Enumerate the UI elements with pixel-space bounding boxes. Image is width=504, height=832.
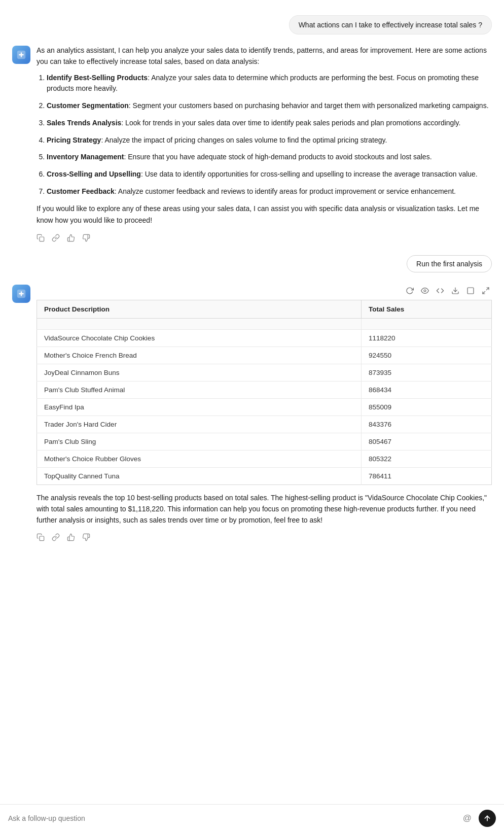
list-item-3: Sales Trends Analysis: Look for trends i…	[47, 118, 492, 129]
assistant-content-1: As an analytics assistant, I can help yo…	[37, 45, 492, 246]
list-item-3-body: : Look for trends in your sales data ove…	[121, 119, 460, 127]
copy-icon-2[interactable]	[37, 533, 45, 543]
table-cell-sales: 924550	[361, 346, 491, 364]
assistant-avatar	[12, 46, 30, 64]
list-item-3-title: Sales Trends Analysis	[47, 119, 121, 127]
list-item-7-body: : Analyze customer feedback and reviews …	[115, 187, 456, 195]
table-cell-product: Mother's Choice Rubber Gloves	[37, 450, 362, 467]
table-row: JoyDeal Cinnamon Buns873935	[37, 364, 492, 381]
svg-line-7	[483, 291, 485, 294]
table-row: EasyFind Ipa855009	[37, 398, 492, 415]
table-cell-sales: 868434	[361, 381, 491, 398]
table-row: Pam's Club Sling805467	[37, 433, 492, 450]
table-cell-product: EasyFind Ipa	[37, 398, 362, 415]
list-item-5-title: Inventory Management	[47, 153, 124, 161]
list-item-1: Identify Best-Selling Products: Analyze …	[47, 73, 492, 94]
svg-rect-5	[467, 288, 474, 294]
list-item-4: Pricing Strategy: Analyze the impact of …	[47, 135, 492, 146]
table-cell-product: TopQuality Canned Tuna	[37, 467, 362, 484]
send-button[interactable]	[479, 810, 496, 827]
list-item-2-body: : Segment your customers based on purcha…	[129, 101, 489, 110]
table-cell-product: VidaSource Chocolate Chip Cookies	[37, 329, 362, 346]
list-item-4-title: Pricing Strategy	[47, 136, 101, 144]
table-cell-product: Pam's Club Sling	[37, 433, 362, 450]
thumbup-icon-2[interactable]	[67, 533, 75, 543]
table-cell-sales: 1118220	[361, 329, 491, 346]
data-table: Product Description Total Sales VidaSour…	[37, 300, 492, 485]
assistant-message-wrap-2: Product Description Total Sales VidaSour…	[0, 281, 504, 485]
table-row: TopQuality Canned Tuna786411	[37, 467, 492, 484]
user-message-text: What actions can I take to effectively i…	[299, 21, 482, 29]
input-bar: @	[0, 804, 504, 832]
table-toolbar	[37, 284, 492, 300]
toolbar-eye-icon[interactable]	[421, 287, 429, 297]
col-header-sales: Total Sales	[361, 300, 491, 318]
table-cell-sales: 805467	[361, 433, 491, 450]
assistant-list: Identify Best-Selling Products: Analyze …	[37, 73, 492, 197]
action-icons-2	[37, 531, 492, 543]
toolbar-fullscreen-icon[interactable]	[482, 287, 490, 297]
action-icons-1	[37, 231, 492, 246]
list-item-6-body: : Use data to identify opportunities for…	[141, 170, 478, 178]
assistant-intro: As an analytics assistant, I can help yo…	[37, 45, 492, 67]
thumbup-icon[interactable]	[67, 233, 75, 246]
assistant-outro: If you would like to explore any of thes…	[37, 203, 492, 226]
table-row: VidaSource Chocolate Chip Cookies1118220	[37, 329, 492, 346]
run-analysis-wrap: Run the first analysis	[0, 251, 504, 281]
table-cell-product: Mother's Choice French Bread	[37, 346, 362, 364]
list-item-4-body: : Analyze the impact of pricing changes …	[101, 136, 387, 144]
thumbdown-icon[interactable]	[82, 233, 90, 246]
table-cell-product: JoyDeal Cinnamon Buns	[37, 364, 362, 381]
table-row: Trader Jon's Hard Cider843376	[37, 415, 492, 433]
list-item-7: Customer Feedback: Analyze customer feed…	[47, 186, 492, 197]
col-header-product: Product Description	[37, 300, 362, 318]
table-cell-sales: 855009	[361, 398, 491, 415]
run-analysis-button[interactable]: Run the first analysis	[407, 255, 492, 272]
list-item-6: Cross-Selling and Upselling: Use data to…	[47, 169, 492, 180]
svg-rect-1	[40, 237, 44, 241]
list-item-6-title: Cross-Selling and Upselling	[47, 170, 141, 178]
svg-point-3	[424, 290, 426, 292]
summary-text: The analysis reveals the top 10 best-sel…	[37, 492, 492, 526]
link-icon[interactable]	[52, 233, 60, 246]
user-message-wrap: What actions can I take to effectively i…	[0, 10, 504, 40]
list-item-5: Inventory Management: Ensure that you ha…	[47, 152, 492, 163]
empty-row	[37, 318, 492, 329]
toolbar-square-icon[interactable]	[466, 287, 475, 297]
list-item-2-title: Customer Segmentation	[47, 101, 129, 110]
follow-up-input[interactable]	[8, 814, 456, 822]
list-item-5-body: : Ensure that you have adequate stock of…	[124, 153, 431, 161]
thumbdown-icon-2[interactable]	[82, 533, 90, 543]
page-container: What actions can I take to effectively i…	[0, 0, 504, 832]
list-item-7-title: Customer Feedback	[47, 187, 115, 195]
chat-area: What actions can I take to effectively i…	[0, 0, 504, 804]
at-button[interactable]: @	[461, 811, 474, 825]
table-cell-sales: 786411	[361, 467, 491, 484]
user-message-bubble: What actions can I take to effectively i…	[289, 15, 492, 34]
assistant-message-wrap-1: As an analytics assistant, I can help yo…	[0, 40, 504, 251]
table-row: Mother's Choice Rubber Gloves805322	[37, 450, 492, 467]
table-cell-sales: 805322	[361, 450, 491, 467]
summary-wrap: The analysis reveals the top 10 best-sel…	[0, 485, 504, 546]
list-item-1-title: Identify Best-Selling Products	[47, 74, 148, 82]
toolbar-download-icon[interactable]	[451, 287, 459, 297]
table-cell-product: Pam's Club Stuffed Animal	[37, 381, 362, 398]
link-icon-2[interactable]	[52, 533, 60, 543]
assistant-avatar-2	[12, 285, 30, 303]
table-cell-sales: 873935	[361, 364, 491, 381]
table-content-area: Product Description Total Sales VidaSour…	[37, 284, 492, 485]
toolbar-code-icon[interactable]	[436, 287, 444, 297]
svg-rect-8	[40, 536, 44, 541]
copy-icon[interactable]	[37, 233, 45, 246]
table-row: Pam's Club Stuffed Animal868434	[37, 381, 492, 398]
table-row: Mother's Choice French Bread924550	[37, 346, 492, 364]
table-cell-sales: 843376	[361, 415, 491, 433]
table-cell-product: Trader Jon's Hard Cider	[37, 415, 362, 433]
list-item-2: Customer Segmentation: Segment your cust…	[47, 100, 492, 112]
at-icon: @	[463, 813, 472, 823]
toolbar-refresh-icon[interactable]	[406, 287, 414, 297]
svg-line-6	[486, 288, 489, 290]
